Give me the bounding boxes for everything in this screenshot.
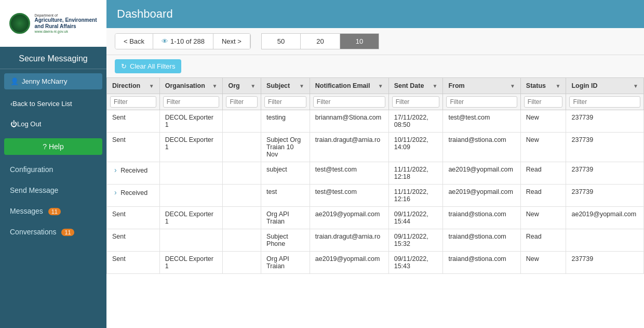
table-row[interactable]: › Receivedtesttest@test.com11/11/2022, 1… <box>107 185 644 207</box>
th-org-label: Org <box>228 82 239 89</box>
cell-organisation <box>159 162 223 185</box>
cell-sent_date: 09/11/2022, 15:44 <box>388 207 443 229</box>
th-direction-label: Direction <box>112 82 140 89</box>
th-login-id-label: Login ID <box>571 82 597 89</box>
cell-notification_email: traian.dragut@arnia.ro <box>310 229 388 252</box>
organisation-dropdown-icon[interactable]: ▼ <box>212 83 218 89</box>
cell-org <box>223 162 261 185</box>
expand-row-button[interactable]: › <box>112 166 119 174</box>
logo-dept-small: Department of <box>34 14 97 17</box>
filter-login-id-cell <box>566 94 644 110</box>
th-from: From ▼ <box>443 78 520 94</box>
page-size-20[interactable]: 20 <box>300 33 339 49</box>
th-sent-date-label: Sent Date <box>394 82 424 89</box>
table-row[interactable]: SentDECOL Exporter 1testingbriannam@Stio… <box>107 110 644 133</box>
cell-subject: Org API Traian <box>261 252 310 274</box>
org-dropdown-icon[interactable]: ▼ <box>250 83 256 89</box>
direction-dropdown-icon[interactable]: ▼ <box>149 83 154 89</box>
th-notification-email: Notification Email ▼ <box>310 78 388 94</box>
from-dropdown-icon[interactable]: ▼ <box>510 83 515 89</box>
back-to-service-list-button[interactable]: ‹ Back to Service List <box>4 96 102 112</box>
page-size-50[interactable]: 50 <box>261 33 300 49</box>
sidebar-item-messages[interactable]: Messages 11 <box>0 201 106 221</box>
cell-login_id: 237739 <box>566 110 644 133</box>
cell-direction: › Received <box>107 162 160 185</box>
filter-status-input[interactable] <box>524 96 563 108</box>
page-count: 👁 1-10 of 288 <box>153 34 213 49</box>
cell-notification_email: traian.dragut@arnia.ro <box>310 133 388 162</box>
status-dropdown-icon[interactable]: ▼ <box>556 83 561 89</box>
pagination-group: < Back 👁 1-10 of 288 Next > <box>115 33 251 49</box>
table-row[interactable]: SentSubject Phonetraian.dragut@arnia.ro0… <box>107 229 644 252</box>
expand-row-button[interactable]: › <box>112 188 119 196</box>
cell-sent_date: 10/11/2022, 14:09 <box>388 133 443 162</box>
cell-subject: test <box>261 185 310 207</box>
filter-org-cell <box>223 94 261 110</box>
notification-email-dropdown-icon[interactable]: ▼ <box>378 83 383 89</box>
sent-date-dropdown-icon[interactable]: ▼ <box>433 83 438 89</box>
cell-notification_email: ae2019@yopmail.com <box>310 252 388 274</box>
logout-button[interactable]: ⏻ Log Out <box>4 116 102 132</box>
cell-subject: Subject Org Traian 10 Nov <box>261 133 310 162</box>
back-to-service-list-label: Back to Service List <box>12 100 72 108</box>
back-button[interactable]: < Back <box>115 34 153 49</box>
filter-notification-email-cell <box>310 94 388 110</box>
cell-from: traiand@stiona.com <box>443 207 520 229</box>
filter-org-input[interactable] <box>226 96 258 108</box>
filter-from-cell <box>443 94 520 110</box>
cell-subject: Org API Traian <box>261 207 310 229</box>
filter-subject-input[interactable] <box>264 96 306 108</box>
th-direction: Direction ▼ <box>107 78 160 94</box>
table-header-row: Direction ▼ Organisation ▼ Org ▼ <box>107 78 644 94</box>
table-row[interactable]: SentDECOL Exporter 1Org API Traianae2019… <box>107 252 644 274</box>
cell-direction: Sent <box>107 110 160 133</box>
logo-url: www.daera-ni.gov.uk <box>34 30 97 33</box>
filter-row <box>107 94 644 110</box>
page-info: 1-10 of 288 <box>170 37 205 45</box>
page-size-10[interactable]: 10 <box>340 33 379 49</box>
sidebar-item-conversations[interactable]: Conversations 11 <box>0 221 106 242</box>
filter-from-input[interactable] <box>446 96 517 108</box>
filter-login-id-input[interactable] <box>569 96 640 108</box>
th-subject: Subject ▼ <box>261 78 310 94</box>
cell-login_id: 237739 <box>566 185 644 207</box>
conversations-label: Conversations <box>10 228 57 236</box>
cell-organisation: DECOL Exporter 1 <box>159 207 223 229</box>
cell-organisation: DECOL Exporter 1 <box>159 252 223 274</box>
filter-subject-cell <box>261 94 310 110</box>
th-notification-email-label: Notification Email <box>315 82 370 89</box>
sidebar-item-send-message[interactable]: Send Message <box>0 180 106 201</box>
clear-all-filters-button[interactable]: ↻ Clear All Filters <box>115 59 181 73</box>
sidebar-item-configuration[interactable]: Configuration <box>0 159 106 180</box>
next-button[interactable]: Next > <box>213 34 250 49</box>
logo-emblem <box>9 13 30 34</box>
login-id-dropdown-icon[interactable]: ▼ <box>633 83 638 89</box>
th-from-label: From <box>448 82 464 89</box>
cell-from: test@test.com <box>443 110 520 133</box>
cell-from: traiand@stiona.com <box>443 133 520 162</box>
configuration-label: Configuration <box>10 165 53 174</box>
sidebar-logo: Department of Agriculture, Environmentan… <box>0 0 106 47</box>
subject-dropdown-icon[interactable]: ▼ <box>299 83 304 89</box>
table-row[interactable]: SentDECOL Exporter 1Org API Traianae2019… <box>107 207 644 229</box>
filter-notification-email-input[interactable] <box>313 96 385 108</box>
filter-organisation-input[interactable] <box>163 96 220 108</box>
cell-org <box>223 110 261 133</box>
cell-direction: Sent <box>107 229 160 252</box>
cell-direction: Sent <box>107 252 160 274</box>
cell-status: New <box>520 252 566 274</box>
cell-subject: testing <box>261 110 310 133</box>
cell-login_id <box>566 229 644 252</box>
filter-direction-input[interactable] <box>110 96 156 108</box>
help-button[interactable]: ? Help <box>4 138 102 155</box>
filter-organisation-cell <box>159 94 223 110</box>
cell-status: Read <box>520 162 566 185</box>
filter-sent-date-input[interactable] <box>392 96 440 108</box>
cell-login_id: ae2019@yopmail.com <box>566 207 644 229</box>
cell-from: ae2019@yopmail.com <box>443 162 520 185</box>
page-title: Dashboard <box>117 7 173 20</box>
table-row[interactable]: SentDECOL Exporter 1Subject Org Traian 1… <box>107 133 644 162</box>
table-row[interactable]: › Receivedsubjecttest@test.com11/11/2022… <box>107 162 644 185</box>
cell-org <box>223 207 261 229</box>
logout-icon: ⏻ <box>10 120 17 128</box>
